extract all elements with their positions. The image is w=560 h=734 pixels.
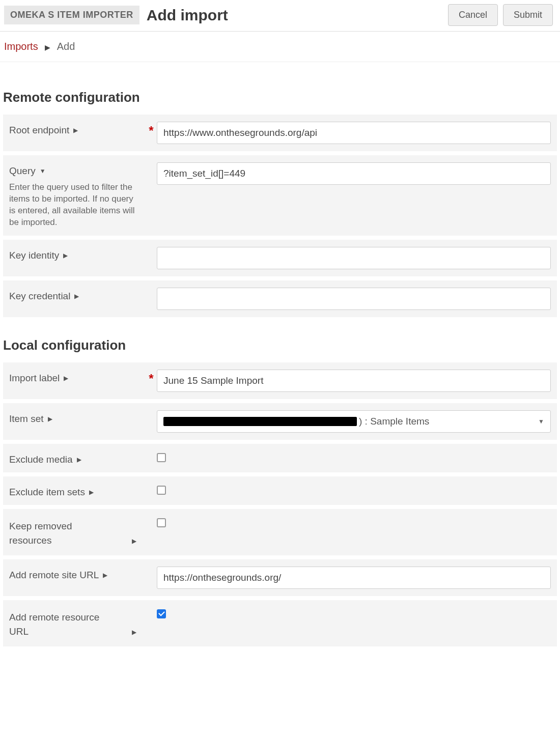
chevron-right-icon: ▶ bbox=[63, 252, 68, 259]
add-remote-site-url-input[interactable] bbox=[157, 567, 551, 589]
field-query: Query ▼ Enter the query used to filter t… bbox=[3, 155, 557, 236]
field-item-set: Item set ▶ ) : Sample Items ▼ bbox=[3, 403, 557, 440]
root-endpoint-label: Root endpoint ▶ bbox=[9, 125, 146, 136]
keep-removed-label: Keep removed resources ▶ bbox=[9, 519, 146, 548]
section-title-remote: Remote configuration bbox=[3, 90, 557, 105]
add-remote-resource-url-label: Add remote resource URL ▶ bbox=[9, 610, 146, 639]
field-root-endpoint: Root endpoint ▶ * bbox=[3, 115, 557, 151]
module-badge: OMEKA S ITEM IMPORTER bbox=[4, 6, 139, 24]
chevron-right-icon: ▶ bbox=[45, 43, 50, 51]
query-label[interactable]: Query ▼ bbox=[9, 165, 146, 177]
form-sections: Remote configuration Root endpoint ▶ * Q… bbox=[0, 62, 560, 646]
field-import-label: Import label ▶ * bbox=[3, 362, 557, 399]
field-exclude-media: Exclude media ▶ bbox=[3, 444, 557, 472]
chevron-down-icon: ▼ bbox=[538, 418, 544, 425]
chevron-right-icon: ▶ bbox=[64, 375, 68, 382]
key-credential-label: Key credential ▶ bbox=[9, 291, 146, 302]
query-input[interactable] bbox=[157, 162, 551, 185]
item-set-label: Item set ▶ bbox=[9, 413, 146, 425]
exclude-item-sets-label: Exclude item sets ▶ bbox=[9, 487, 146, 498]
chevron-right-icon: ▶ bbox=[132, 628, 136, 637]
field-key-identity: Key identity ▶ bbox=[3, 240, 557, 276]
root-endpoint-input[interactable] bbox=[157, 122, 551, 144]
cancel-button[interactable]: Cancel bbox=[448, 4, 498, 26]
add-remote-resource-url-checkbox[interactable] bbox=[157, 609, 166, 618]
field-add-remote-resource-url: Add remote resource URL ▶ bbox=[3, 600, 557, 646]
chevron-right-icon: ▶ bbox=[89, 489, 94, 496]
keep-removed-checkbox[interactable] bbox=[157, 518, 166, 527]
chevron-right-icon: ▶ bbox=[73, 127, 78, 134]
chevron-right-icon: ▶ bbox=[48, 415, 52, 422]
import-label-input[interactable] bbox=[157, 370, 551, 392]
redacted-text bbox=[163, 417, 357, 426]
breadcrumb-imports-link[interactable]: Imports bbox=[4, 41, 38, 52]
required-icon: * bbox=[146, 122, 157, 138]
chevron-right-icon: ▶ bbox=[74, 293, 79, 300]
exclude-media-label: Exclude media ▶ bbox=[9, 454, 146, 465]
import-label-label: Import label ▶ bbox=[9, 373, 146, 384]
exclude-media-checkbox[interactable] bbox=[157, 453, 166, 462]
add-remote-site-url-label: Add remote site URL ▶ bbox=[9, 570, 146, 581]
item-set-selected-text: ) : Sample Items bbox=[359, 416, 429, 427]
section-title-local: Local configuration bbox=[3, 337, 557, 353]
query-help-text: Enter the query used to filter the items… bbox=[9, 182, 146, 229]
key-identity-input[interactable] bbox=[157, 247, 551, 269]
key-identity-label: Key identity ▶ bbox=[9, 250, 146, 261]
field-exclude-item-sets: Exclude item sets ▶ bbox=[3, 476, 557, 505]
field-key-credential: Key credential ▶ bbox=[3, 280, 557, 317]
breadcrumb: Imports ▶ Add bbox=[0, 32, 560, 62]
chevron-right-icon: ▶ bbox=[132, 537, 136, 546]
chevron-down-icon: ▼ bbox=[40, 167, 46, 175]
field-add-remote-site-url: Add remote site URL ▶ bbox=[3, 559, 557, 596]
exclude-item-sets-checkbox[interactable] bbox=[157, 486, 166, 495]
page-title: Add import bbox=[147, 7, 448, 24]
key-credential-input[interactable] bbox=[157, 288, 551, 310]
item-set-select[interactable]: ) : Sample Items ▼ bbox=[157, 410, 551, 433]
page-header: OMEKA S ITEM IMPORTER Add import Cancel … bbox=[0, 0, 560, 32]
breadcrumb-current: Add bbox=[57, 41, 75, 52]
submit-button[interactable]: Submit bbox=[503, 4, 553, 26]
chevron-right-icon: ▶ bbox=[103, 572, 107, 579]
header-actions: Cancel Submit bbox=[448, 4, 556, 26]
field-keep-removed-resources: Keep removed resources ▶ bbox=[3, 509, 557, 555]
required-icon: * bbox=[146, 370, 157, 386]
chevron-right-icon: ▶ bbox=[77, 456, 81, 463]
